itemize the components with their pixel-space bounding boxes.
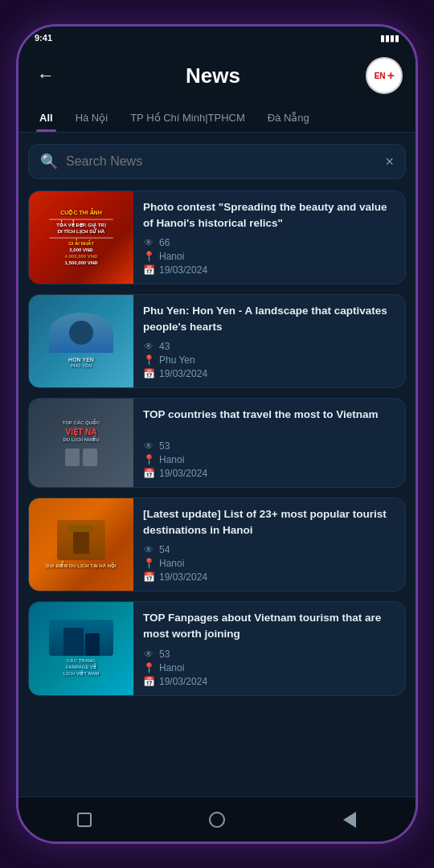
nav-square-button[interactable]: [70, 805, 99, 834]
news-meta-4: 👁 54 📍 Hanoi 📅 19/03/2024: [143, 544, 395, 583]
news-card-3[interactable]: TOP CÁC QUỐC VIỆT NA DU LỊCH NHIỀU TOP c…: [28, 398, 406, 488]
date-text-5: 19/03/2024: [159, 676, 207, 687]
news-body-2: Phu Yen: Hon Yen - A landscape that capt…: [133, 295, 405, 387]
news-body-4: [Latest update] List of 23+ most popular…: [133, 498, 405, 591]
battery-icon: ▮▮▮▮: [380, 33, 399, 43]
views-row-4: 👁 54: [143, 544, 395, 555]
news-card-1[interactable]: CUỘC THI ẢNH TỎA VẺ ĐẸP, GIÁ TRỊ DI TÍCH…: [28, 190, 406, 285]
bottom-nav: [18, 796, 416, 841]
location-text-2: Phu Yen: [159, 354, 195, 366]
views-row-3: 👁 53: [143, 440, 395, 452]
news-title-2: Phu Yen: Hon Yen - A landscape that capt…: [143, 303, 395, 334]
location-row-5: 📍 Hanoi: [143, 662, 395, 674]
date-icon-2: 📅: [143, 368, 154, 379]
location-row-2: 📍 Phu Yen: [143, 354, 395, 366]
date-row-1: 📅 19/03/2024: [143, 264, 395, 276]
location-icon-3: 📍: [143, 454, 154, 465]
news-card-2[interactable]: HON YEN PHÚ YÊN Phu Yen: Hon Yen - A lan…: [28, 294, 406, 388]
tabs-bar: All Hà Nội TP Hồ Chí Minh|TPHCM Đà Nẵng: [18, 104, 416, 133]
tab-hanoi[interactable]: Hà Nội: [64, 104, 120, 132]
date-text-1: 19/03/2024: [159, 264, 207, 276]
date-icon-5: 📅: [143, 676, 154, 687]
location-text-4: Hanoi: [159, 558, 184, 569]
views-row-2: 👁 43: [143, 341, 395, 352]
back-button[interactable]: ←: [31, 61, 60, 90]
location-text-1: Hanoi: [159, 251, 184, 262]
news-thumbnail-3: TOP CÁC QUỐC VIỆT NA DU LỊCH NHIỀU: [29, 399, 133, 487]
date-icon-4: 📅: [143, 571, 154, 583]
views-icon-5: 👁: [143, 649, 154, 660]
news-meta-2: 👁 43 📍 Phu Yen 📅 19/03/2024: [143, 341, 395, 379]
views-row-5: 👁 53: [143, 649, 395, 660]
news-title-4: [Latest update] List of 23+ most popular…: [143, 506, 395, 538]
location-text-5: Hanoi: [159, 662, 184, 674]
news-body-3: TOP countries that travel the most to Vi…: [133, 399, 405, 487]
status-icons: ▮▮▮▮: [380, 33, 399, 43]
news-thumbnail-4: ĐỊA ĐIỂM DU LỊCH TẠI HÀ NỘI: [29, 498, 133, 591]
views-icon-2: 👁: [143, 341, 154, 352]
news-title-3: TOP countries that travel the most to Vi…: [143, 407, 395, 423]
language-button[interactable]: EN ✛: [366, 57, 403, 94]
location-row-4: 📍 Hanoi: [143, 558, 395, 569]
views-row-1: 👁 66: [143, 237, 395, 248]
search-input[interactable]: [66, 154, 385, 169]
date-row-5: 📅 19/03/2024: [143, 676, 395, 687]
views-icon-1: 👁: [143, 237, 154, 248]
tab-danang[interactable]: Đà Nẵng: [256, 104, 321, 132]
news-body-1: Photo contest "Spreading the beauty and …: [133, 191, 405, 284]
news-meta-5: 👁 53 📍 Hanoi 📅 19/03/2024: [143, 649, 395, 687]
news-body-5: TOP Fanpages about Vietnam tourism that …: [133, 602, 405, 694]
news-thumbnail-1: CUỘC THI ẢNH TỎA VẺ ĐẸP, GIÁ TRỊ DI TÍCH…: [29, 191, 133, 284]
date-text-4: 19/03/2024: [159, 571, 207, 583]
views-count-5: 53: [159, 649, 170, 660]
home-icon: [209, 812, 225, 828]
location-row-3: 📍 Hanoi: [143, 454, 395, 465]
location-icon-4: 📍: [143, 558, 154, 569]
date-row-3: 📅 19/03/2024: [143, 468, 395, 479]
views-count-4: 54: [159, 544, 170, 555]
search-bar: 🔍 ×: [28, 144, 406, 179]
views-icon-3: 👁: [143, 440, 154, 452]
news-title-1: Photo contest "Spreading the beauty and …: [143, 199, 395, 231]
news-thumbnail-5: CÁC TRANG FANPAGE VỀ LỊCH VIỆT NAM: [29, 602, 133, 694]
date-text-2: 19/03/2024: [159, 368, 207, 379]
square-icon: [77, 813, 92, 827]
search-icon: 🔍: [40, 153, 58, 170]
news-card-4[interactable]: ĐỊA ĐIỂM DU LỊCH TẠI HÀ NỘI [Latest upda…: [28, 497, 406, 592]
date-text-3: 19/03/2024: [159, 468, 207, 479]
location-icon-5: 📍: [143, 662, 154, 674]
location-icon-1: 📍: [143, 251, 154, 262]
clear-search-button[interactable]: ×: [385, 154, 394, 170]
date-icon-3: 📅: [143, 468, 154, 479]
views-count-1: 66: [159, 237, 170, 248]
flag-icon: EN ✛: [375, 72, 395, 80]
location-row-1: 📍 Hanoi: [143, 251, 395, 262]
date-icon-1: 📅: [143, 264, 154, 276]
date-row-4: 📅 19/03/2024: [143, 571, 395, 583]
news-meta-1: 👁 66 📍 Hanoi 📅 19/03/2024: [143, 237, 395, 276]
news-meta-3: 👁 53 📍 Hanoi 📅 19/03/2024: [143, 440, 395, 479]
page-title: News: [60, 63, 366, 88]
news-thumbnail-2: HON YEN PHÚ YÊN: [29, 295, 133, 387]
tab-hcm[interactable]: TP Hồ Chí Minh|TPHCM: [119, 104, 256, 132]
views-count-2: 43: [159, 341, 170, 352]
header: ← News EN ✛: [18, 49, 416, 104]
news-title-5: TOP Fanpages about Vietnam tourism that …: [143, 610, 395, 641]
date-row-2: 📅 19/03/2024: [143, 368, 395, 379]
back-arrow-icon: ←: [37, 65, 55, 86]
location-icon-2: 📍: [143, 354, 154, 366]
location-text-3: Hanoi: [159, 454, 184, 465]
status-time: 9:41: [35, 33, 52, 43]
phone-container: 9:41 ▮▮▮▮ ← News EN ✛ All Hà Nội TP Hồ C…: [16, 24, 418, 844]
nav-back-button[interactable]: [335, 805, 364, 834]
views-count-3: 53: [159, 440, 170, 452]
news-card-5[interactable]: CÁC TRANG FANPAGE VỀ LỊCH VIỆT NAM TOP F…: [28, 601, 406, 695]
views-icon-4: 👁: [143, 544, 154, 555]
status-bar: 9:41 ▮▮▮▮: [18, 27, 416, 49]
triangle-icon: [343, 812, 356, 828]
content-area: 🔍 × CUỘC THI ẢNH TỎA VẺ ĐẸP, GIÁ TRỊ DI …: [18, 133, 416, 796]
nav-home-button[interactable]: [203, 805, 231, 834]
tab-all[interactable]: All: [28, 104, 64, 132]
